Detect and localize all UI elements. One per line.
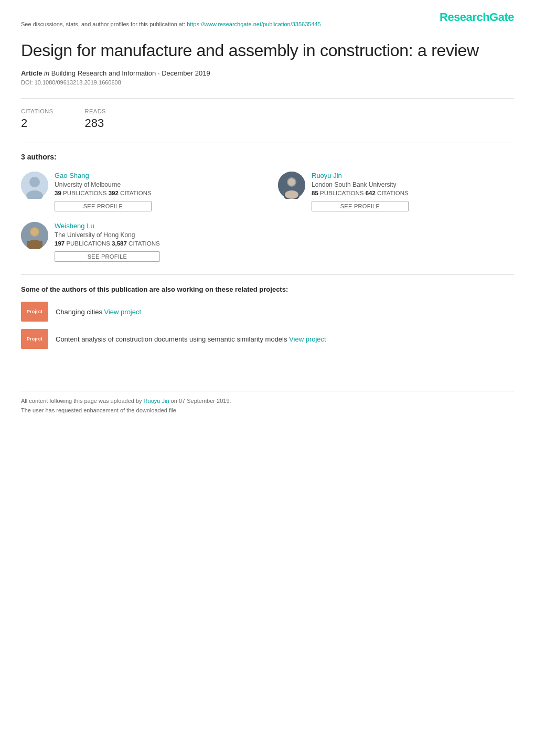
svg-rect-12 <box>27 241 42 247</box>
svg-point-6 <box>288 178 295 186</box>
article-type: Article <box>21 69 42 77</box>
author-institution-ruoyu-jin: London South Bank University <box>312 181 409 188</box>
project-link-changing-cities[interactable]: View project <box>104 308 142 316</box>
researchgate-logo: ResearchGate <box>440 10 514 24</box>
article-meta: Article in Building Research and Informa… <box>21 69 514 77</box>
author-name-gao-shang[interactable]: Gao Shang <box>55 172 152 179</box>
svg-point-11 <box>31 228 38 236</box>
author-info-ruoyu-jin: Ruoyu Jin London South Bank University 8… <box>312 172 409 211</box>
citations-value: 2 <box>21 116 54 130</box>
project-link-content-analysis[interactable]: View project <box>289 335 326 343</box>
author-name-weisheng-lu[interactable]: Weisheng Lu <box>55 222 160 230</box>
avatar-weisheng-lu <box>21 222 48 249</box>
authors-grid: Gao Shang University of Melbourne 39 PUB… <box>21 172 514 262</box>
publication-url[interactable]: https://www.researchgate.net/publication… <box>187 21 321 27</box>
author-info-weisheng-lu: Weisheng Lu The University of Hong Kong … <box>55 222 160 262</box>
footer-note2: The user has requested enhancement of th… <box>21 407 514 413</box>
authors-section: 3 authors: Gao Shang University of Melbo… <box>21 153 514 262</box>
authors-header: 3 authors: <box>21 153 514 161</box>
project-thumb-changing-cities: Projrct <box>21 302 48 322</box>
citations-label: CITATIONS <box>21 108 54 114</box>
author-card-weisheng-lu: Weisheng Lu The University of Hong Kong … <box>21 222 257 262</box>
uploader-link[interactable]: Ruoyu Jin <box>144 398 169 404</box>
related-projects-section: Some of the authors of this publication … <box>21 285 514 349</box>
article-title: Design for manufacture and assembly in c… <box>21 40 514 61</box>
author-institution-weisheng-lu: The University of Hong Kong <box>55 231 160 239</box>
author-stats-weisheng-lu: 197 PUBLICATIONS 3,587 CITATIONS <box>55 240 160 247</box>
project-text-content-analysis: Content analysis of construction documen… <box>56 335 326 343</box>
article-doi: DOI: 10.1080/09613218.2019.1660608 <box>21 79 514 86</box>
author-stats-ruoyu-jin: 85 PUBLICATIONS 642 CITATIONS <box>312 190 409 196</box>
footer-note: All content following this page was uplo… <box>21 391 514 404</box>
avatar-gao-shang <box>21 172 48 199</box>
author-stats-gao-shang: 39 PUBLICATIONS 392 CITATIONS <box>55 190 152 196</box>
author-card-gao-shang: Gao Shang University of Melbourne 39 PUB… <box>21 172 257 211</box>
divider-1 <box>21 98 514 99</box>
page-container: ResearchGate See discussions, stats, and… <box>0 0 535 434</box>
article-date: · December 2019 <box>158 69 210 77</box>
reads-label: READS <box>85 108 106 114</box>
author-institution-gao-shang: University of Melbourne <box>55 181 152 188</box>
stats-row: CITATIONS 2 READS 283 <box>21 108 514 130</box>
top-notice-text: See discussions, stats, and author profi… <box>21 21 185 27</box>
project-thumb-content-analysis: Projrct <box>21 329 48 349</box>
citations-block: CITATIONS 2 <box>21 108 54 130</box>
avatar-ruoyu-jin <box>278 172 305 199</box>
related-projects-header: Some of the authors of this publication … <box>21 285 514 293</box>
author-name-ruoyu-jin[interactable]: Ruoyu Jin <box>312 172 409 179</box>
project-text-changing-cities: Changing cities View project <box>56 308 141 316</box>
article-in: in <box>44 69 51 77</box>
svg-point-7 <box>285 190 298 199</box>
see-profile-weisheng-lu[interactable]: SEE PROFILE <box>55 251 160 262</box>
reads-value: 283 <box>85 116 106 130</box>
divider-2 <box>21 143 514 143</box>
see-profile-ruoyu-jin[interactable]: SEE PROFILE <box>312 201 409 211</box>
article-journal: Building Research and Information <box>51 69 156 77</box>
divider-3 <box>21 274 514 275</box>
author-card-ruoyu-jin: Ruoyu Jin London South Bank University 8… <box>278 172 514 211</box>
project-item-content-analysis: Projrct Content analysis of construction… <box>21 329 514 349</box>
see-profile-gao-shang[interactable]: SEE PROFILE <box>55 201 152 211</box>
reads-block: READS 283 <box>85 108 106 130</box>
author-info-gao-shang: Gao Shang University of Melbourne 39 PUB… <box>55 172 152 211</box>
project-item-changing-cities: Projrct Changing cities View project <box>21 302 514 322</box>
svg-point-1 <box>29 177 40 187</box>
